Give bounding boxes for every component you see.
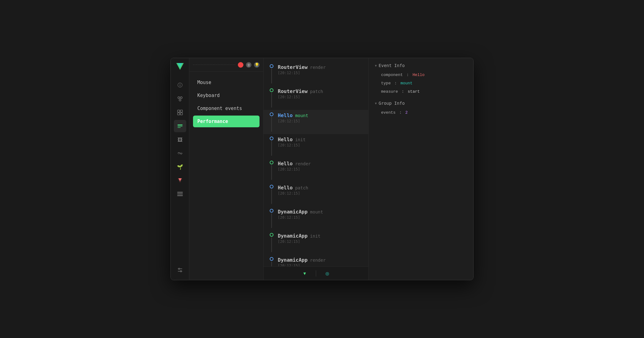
timeline-dot-5 — [270, 185, 273, 188]
timeline-event-7[interactable]: DynamicApp init [20:12:15] — [264, 230, 368, 255]
sidebar-item-settings[interactable] — [174, 264, 186, 276]
timeline-dot-1 — [270, 88, 273, 92]
timeline-dot-8 — [270, 257, 273, 261]
svg-rect-9 — [178, 125, 182, 125]
timeline-connector-4 — [271, 165, 272, 180]
timeline-connector-5 — [271, 189, 272, 204]
timeline-name-row-5: Hello patch — [278, 185, 308, 191]
svg-rect-14 — [177, 192, 183, 193]
sidebar-item-components[interactable] — [174, 93, 186, 105]
footer-divider — [316, 270, 316, 277]
info-key-component: component — [381, 73, 403, 77]
timeline-name-row-6: DynamicApp mount — [278, 209, 323, 215]
event-component-1: RouterView — [278, 88, 307, 94]
timeline-event-6[interactable]: DynamicApp mount [20:12:15] — [264, 206, 368, 230]
timeline-event-1[interactable]: RouterView patch [20:12:15] — [264, 86, 368, 110]
app-window: ⓘ 🖼 🌱 🗑 💡 — [170, 58, 474, 280]
record-button[interactable] — [238, 62, 243, 68]
timeline-name-row-8: DynamicApp render — [278, 257, 326, 263]
timeline-text-4: Hello render [20:12:15] — [278, 161, 311, 171]
sidebar-item-images[interactable]: 🖼 — [174, 133, 186, 146]
svg-point-2 — [178, 97, 180, 99]
info-value-events: 2 — [405, 110, 408, 115]
svg-rect-16 — [177, 195, 183, 196]
group-info-section: ▼ Group Info events : 2 — [375, 101, 467, 117]
timeline-dot-3 — [270, 137, 273, 140]
svg-rect-8 — [180, 113, 182, 115]
sidebar-item-timeline[interactable] — [174, 147, 186, 159]
target-button[interactable]: ◎ — [322, 268, 332, 278]
vue-logo[interactable] — [175, 62, 185, 73]
settings-button[interactable]: 💡 — [254, 62, 260, 68]
event-type-5: patch — [295, 185, 308, 190]
delete-button[interactable]: 🗑 — [246, 62, 251, 68]
left-panel: 🗑 💡 Mouse Keyboard Component events Perf… — [189, 58, 264, 280]
event-time-6: [20:12:15] — [278, 215, 323, 220]
group-info-title: ▼ Group Info — [375, 101, 467, 106]
menu-item-performance[interactable]: Performance — [193, 116, 260, 127]
timeline-event-2[interactable]: Hello mount [20:12:15] — [264, 110, 368, 134]
info-value-type: mount — [401, 81, 413, 86]
sidebar-item-vue[interactable] — [174, 174, 186, 187]
sidebar-item-list[interactable] — [174, 188, 186, 200]
menu-item-keyboard[interactable]: Keyboard — [193, 90, 260, 101]
timeline-name-row-0: RouterView render — [278, 64, 326, 70]
event-time-7: [20:12:15] — [278, 239, 320, 244]
timeline-line-4 — [270, 161, 273, 180]
sidebar-item-plant[interactable]: 🌱 — [174, 161, 186, 173]
event-component-8: DynamicApp — [278, 257, 307, 263]
menu-item-mouse[interactable]: Mouse — [193, 77, 260, 88]
timeline-text-6: DynamicApp mount [20:12:15] — [278, 209, 323, 220]
timeline-dot-6 — [270, 209, 273, 213]
event-info-row-component: component : Hello — [375, 71, 467, 79]
timeline-dot-7 — [270, 233, 273, 237]
timeline-text-2: Hello mount [20:12:15] — [278, 112, 308, 123]
timeline-content: RouterView render [20:12:15] RouterView … — [264, 58, 368, 266]
svg-rect-5 — [178, 110, 180, 112]
timeline-name-row-1: RouterView patch — [278, 88, 323, 94]
sidebar-item-layout[interactable] — [174, 120, 186, 132]
timeline-line-3 — [270, 137, 273, 156]
arrow-icon: ▼ — [375, 64, 377, 67]
timeline-line-2 — [270, 112, 273, 132]
group-arrow-icon: ▼ — [375, 102, 377, 105]
info-key-measure: measure — [381, 89, 398, 94]
event-info-title: ▼ Event Info — [375, 63, 467, 68]
timeline-dot-2 — [270, 112, 273, 116]
timeline-text-7: DynamicApp init [20:12:15] — [278, 233, 320, 244]
event-info-label: Event Info — [379, 63, 405, 68]
event-type-6: mount — [310, 209, 323, 214]
timeline-event-5[interactable]: Hello patch [20:12:15] — [264, 182, 368, 206]
event-type-menu: Mouse Keyboard Component events Performa… — [189, 72, 263, 132]
svg-point-3 — [180, 97, 182, 99]
event-type-8: render — [310, 258, 326, 263]
timeline-event-0[interactable]: RouterView render [20:12:15] — [264, 62, 368, 86]
timeline-event-4[interactable]: Hello render [20:12:15] — [264, 158, 368, 182]
timeline-line-1 — [270, 88, 273, 108]
event-component-6: DynamicApp — [278, 209, 307, 215]
timeline-dot-4 — [270, 161, 273, 164]
event-component-5: Hello — [278, 185, 293, 191]
svg-point-4 — [179, 99, 181, 101]
timeline-text-8: DynamicApp render [20:12:15] — [278, 257, 326, 266]
event-time-2: [20:12:15] — [278, 119, 308, 123]
event-type-4: render — [295, 161, 311, 166]
event-info-row-measure: measure : start — [375, 88, 467, 96]
svg-rect-15 — [177, 194, 183, 195]
event-type-7: init — [310, 234, 320, 239]
timeline-event-8[interactable]: DynamicApp render [20:12:15] — [264, 255, 368, 266]
sidebar-item-info[interactable]: ⓘ — [174, 79, 186, 91]
svg-rect-7 — [178, 113, 180, 115]
timeline-line-8 — [270, 257, 273, 266]
timeline-text-5: Hello patch [20:12:15] — [278, 185, 308, 196]
timeline-line-7 — [270, 233, 273, 252]
menu-item-component-events[interactable]: Component events — [193, 103, 260, 114]
sidebar-item-structure[interactable] — [174, 106, 186, 119]
timeline-connector-7 — [271, 237, 272, 252]
timeline-event-3[interactable]: Hello init [20:12:15] — [264, 134, 368, 158]
timeline-panel: RouterView render [20:12:15] RouterView … — [264, 58, 369, 280]
event-component-3: Hello — [278, 137, 293, 142]
event-component-7: DynamicApp — [278, 233, 307, 239]
event-time-1: [20:12:15] — [278, 95, 323, 99]
scroll-down-button[interactable]: ▼ — [300, 268, 310, 278]
